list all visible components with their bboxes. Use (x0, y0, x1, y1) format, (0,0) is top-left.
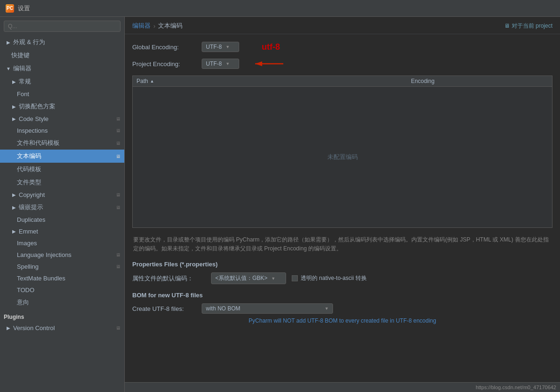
sidebar-items: 外观 & 行为 快捷键 编辑器 常规 Font 切换配色 (0, 36, 124, 392)
shared-icon: 🖥 (116, 205, 121, 210)
sidebar-item-textmate[interactable]: TextMate Bundles (0, 272, 124, 284)
properties-section-title: Properties Files (*.properties) (132, 261, 552, 268)
sidebar-item-todo[interactable]: TODO (0, 284, 124, 296)
sidebar: 外观 & 行为 快捷键 编辑器 常规 Font 切换配色 (0, 17, 125, 392)
shared-icon: 🖥 (116, 264, 121, 269)
props-encoding-label: 属性文件的默认编码： (132, 274, 207, 283)
bom-section-title: BOM for new UTF-8 files (132, 292, 552, 299)
project-link-label: 对于当前 project (512, 22, 552, 30)
props-encoding-select[interactable]: <系统默认值：GBK> (211, 272, 286, 284)
sidebar-item-label: 文件类型 (17, 178, 121, 187)
create-utf8-row: Create UTF-8 files: with NO BOM (132, 303, 552, 314)
sidebar-item-label: Code Style (19, 115, 114, 122)
sidebar-item-appearance[interactable]: 外观 & 行为 (0, 36, 124, 49)
sidebar-item-copyright[interactable]: Copyright 🖥 (0, 189, 124, 201)
collapse-arrow (11, 192, 17, 198)
sidebar-item-code-templates[interactable]: 代码模板 (0, 163, 124, 176)
shared-icon: 🖥 (116, 141, 121, 146)
table-col-encoding: Encoding (411, 78, 548, 84)
main-layout: 外观 & 行为 快捷键 编辑器 常规 Font 切换配色 (0, 17, 560, 392)
shared-icon: 🖥 (116, 325, 121, 331)
bom-notice-bold: UTF-8 BOM (307, 317, 338, 324)
sidebar-item-duplicates[interactable]: Duplicates (0, 214, 124, 226)
sidebar-item-version-control[interactable]: Version Control 🖥 (0, 322, 124, 334)
content-body: Global Encoding: UTF-8 utf-8 Project Enc… (125, 34, 560, 382)
content-area: 编辑器 › 文本编码 🖥 对于当前 project Global Encodin… (125, 17, 560, 392)
sidebar-item-label: 常规 (19, 77, 121, 86)
transparent-checkbox[interactable] (292, 275, 298, 281)
sidebar-item-label: 镶嵌提示 (19, 203, 114, 211)
sidebar-item-label: 切换配色方案 (19, 102, 121, 111)
collapse-arrow (6, 325, 11, 331)
bom-notice-suffix: to every created file in UTF-8 encoding (339, 317, 436, 324)
bom-notice: PyCharm will NOT add UTF-8 BOM to every … (132, 317, 552, 324)
collapse-arrow (11, 229, 17, 234)
app-icon: PC (6, 4, 14, 13)
sidebar-item-label: Font (17, 90, 121, 98)
project-encoding-row: Project Encoding: UTF-8 (132, 57, 552, 71)
encoding-table: Path ▲ Encoding 未配置编码 (132, 75, 552, 228)
sidebar-item-label: 意向 (17, 298, 121, 307)
table-empty-text: 未配置编码 (133, 87, 552, 227)
hint-text: 要更改文件，目录或整个项目使用的编码 PyCharm，添加它的路径（如果需要），… (132, 235, 552, 253)
table-header: Path ▲ Encoding (133, 76, 552, 87)
shared-icon: 🖥 (116, 252, 121, 257)
sidebar-item-inlay-hints[interactable]: 镶嵌提示 🖥 (0, 201, 124, 214)
collapse-arrow (6, 66, 11, 71)
sidebar-item-language-injections[interactable]: Language Injections 🖥 (0, 249, 124, 261)
project-link[interactable]: 🖥 对于当前 project (504, 22, 552, 30)
sidebar-item-code-style[interactable]: Code Style 🖥 (0, 113, 124, 125)
sidebar-item-label: Copyright (19, 191, 114, 198)
sidebar-item-label: Language Injections (17, 251, 114, 258)
title-bar-text: 设置 (18, 4, 30, 13)
project-encoding-label: Project Encoding: (132, 60, 198, 68)
sidebar-item-editor[interactable]: 编辑器 (0, 62, 124, 75)
sidebar-item-label: TODO (17, 286, 121, 294)
sidebar-item-images[interactable]: Images (0, 237, 124, 249)
sidebar-item-emmet[interactable]: Emmet (0, 226, 124, 237)
collapse-arrow (11, 104, 17, 109)
sidebar-item-label: 外观 & 行为 (13, 38, 121, 46)
sidebar-item-label: TextMate Bundles (17, 275, 121, 282)
sidebar-item-shortcuts[interactable]: 快捷键 (0, 49, 124, 62)
col-path-label: Path (136, 78, 148, 84)
collapse-arrow (11, 116, 17, 122)
sidebar-item-color-scheme[interactable]: 切换配色方案 (0, 100, 124, 113)
sidebar-item-file-encoding[interactable]: 文本编码 🖥 (0, 150, 124, 163)
global-encoding-select[interactable]: UTF-8 (202, 42, 239, 52)
project-encoding-value: UTF-8 (206, 60, 222, 67)
bom-notice-text: PyCharm will NOT add (249, 317, 306, 324)
global-encoding-row: Global Encoding: UTF-8 utf-8 (132, 42, 552, 52)
sidebar-item-spelling[interactable]: Spelling 🖥 (0, 261, 124, 272)
breadcrumb-parent[interactable]: 编辑器 (132, 22, 151, 30)
sidebar-item-yixiang[interactable]: 意向 (0, 296, 124, 309)
shared-icon: 🖥 (116, 192, 121, 197)
sidebar-item-label: Inspections (17, 127, 114, 134)
breadcrumb-separator: › (153, 23, 155, 30)
section-label-plugins: Plugins (0, 311, 124, 322)
shared-icon: 🖥 (116, 128, 121, 133)
project-encoding-select[interactable]: UTF-8 (202, 59, 239, 69)
sidebar-item-font[interactable]: Font (0, 88, 124, 100)
shared-icon: 🖥 (116, 116, 121, 121)
sidebar-item-label: 代码模板 (17, 165, 121, 173)
red-arrow-annotation (247, 57, 284, 71)
sidebar-item-file-types[interactable]: 文件类型 (0, 176, 124, 189)
transparent-label: 透明的 native-to-ascii 转换 (301, 274, 367, 282)
sidebar-item-inspections[interactable]: Inspections 🖥 (0, 125, 124, 136)
global-encoding-label: Global Encoding: (132, 44, 198, 51)
collapse-arrow (6, 39, 11, 45)
search-bar (0, 17, 124, 36)
collapse-arrow (11, 204, 17, 210)
search-input[interactable] (4, 21, 121, 32)
sidebar-item-file-templates[interactable]: 文件和代码模板 🖥 (0, 136, 124, 150)
sidebar-item-general[interactable]: 常规 (0, 75, 124, 88)
props-encoding-row: 属性文件的默认编码： <系统默认值：GBK> 透明的 native-to-asc… (132, 272, 552, 284)
create-label: Create UTF-8 files: (132, 305, 198, 312)
shared-icon: 🖥 (116, 154, 121, 159)
create-utf8-select[interactable]: with NO BOM (202, 303, 333, 314)
sidebar-item-label: 编辑器 (13, 64, 121, 73)
sidebar-item-label: 快捷键 (11, 51, 121, 60)
sidebar-item-label: Emmet (19, 228, 121, 235)
collapse-arrow (11, 79, 17, 84)
